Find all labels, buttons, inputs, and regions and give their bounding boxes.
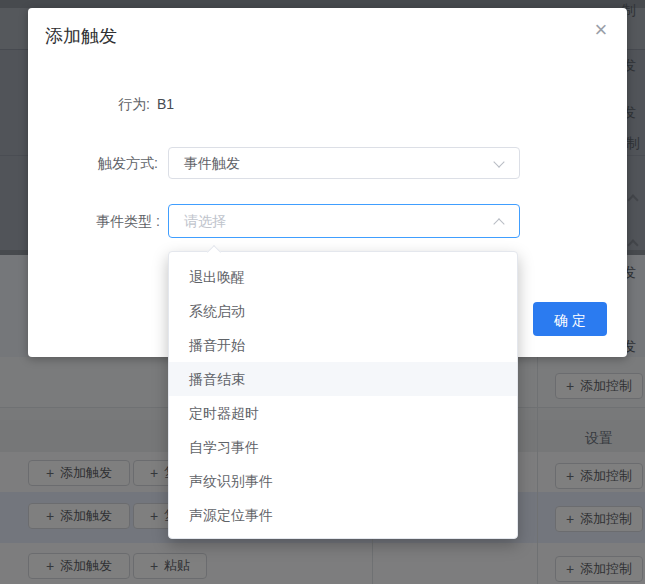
event-type-placeholder: 请选择 <box>184 213 226 229</box>
dropdown-item-voiceprint[interactable]: 声纹识别事件 <box>169 464 517 498</box>
behavior-label: 行为: <box>28 96 150 112</box>
dropdown-item-sound-source[interactable]: 声源定位事件 <box>169 498 517 532</box>
dropdown-item-system-start[interactable]: 系统启动 <box>169 294 517 328</box>
dropdown-item-exit-wake[interactable]: 退出唤醒 <box>169 260 517 294</box>
behavior-value: B1 <box>157 96 174 112</box>
trigger-mode-select[interactable]: 事件触发 <box>168 147 520 179</box>
trigger-mode-value: 事件触发 <box>184 155 240 171</box>
confirm-button[interactable]: 确 定 <box>533 302 607 336</box>
dropdown-list: 退出唤醒 系统启动 播音开始 播音结束 定时器超时 自学习事件 声纹识别事件 声… <box>169 260 517 532</box>
close-icon[interactable]: × <box>589 18 613 42</box>
dropdown-item-broadcast-start[interactable]: 播音开始 <box>169 328 517 362</box>
dropdown-item-timer-timeout[interactable]: 定时器超时 <box>169 396 517 430</box>
dropdown-item-self-learning[interactable]: 自学习事件 <box>169 430 517 464</box>
event-type-select[interactable]: 请选择 <box>168 204 520 238</box>
event-type-dropdown-panel: 退出唤醒 系统启动 播音开始 播音结束 定时器超时 自学习事件 声纹识别事件 声… <box>168 251 518 539</box>
dialog-title: 添加触发 <box>45 23 117 49</box>
event-type-label: 事件类型 : <box>28 204 160 238</box>
chevron-up-icon <box>493 218 504 229</box>
trigger-mode-label: 触发方式: <box>28 147 158 179</box>
chevron-down-icon <box>493 156 504 167</box>
dropdown-item-broadcast-end[interactable]: 播音结束 <box>169 362 517 396</box>
